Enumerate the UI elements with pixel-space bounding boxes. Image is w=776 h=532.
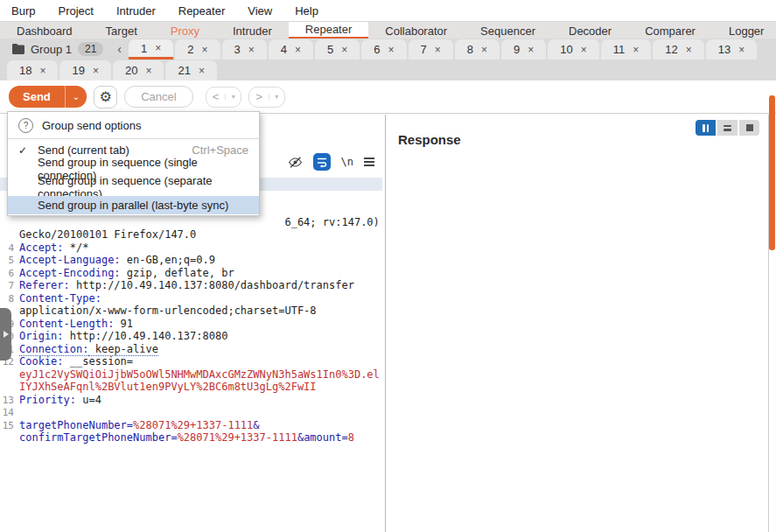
close-icon[interactable]: × [581,44,587,56]
request-tab-1[interactable]: 1× [129,39,173,60]
scrollbar-thumb[interactable] [769,95,775,250]
history-forward-button[interactable]: > ▼ [248,87,285,108]
close-icon[interactable]: × [435,44,441,56]
menu-items: ✓ Send (current tab) Ctrl+Space Send gro… [8,139,259,215]
send-split-button: Send ⌄ [9,86,87,108]
menu-help[interactable]: Help [283,4,330,18]
tab-proxy[interactable]: Proxy [154,22,216,39]
tab-collaborator[interactable]: Collaborator [368,22,464,39]
close-icon[interactable]: × [248,44,255,56]
tab-label: 9 [514,43,520,56]
line-segment: u=4 [76,394,101,406]
tab-label: 4 [281,43,287,56]
inspector-drawer-handle[interactable] [0,308,11,360]
request-line: 5Accept-Language: en-GB,en;q=0.9 [0,254,382,267]
help-icon[interactable]: ? [18,118,33,133]
close-icon[interactable]: × [155,42,161,54]
cancel-button[interactable]: Cancel [124,86,192,108]
request-line: 8Content-Type: [0,292,382,305]
menu-item-send-parallel[interactable]: Send group in parallel (last-byte sync) [8,196,259,214]
request-tab-5[interactable]: 5× [315,39,360,60]
tab-label: 19 [72,64,84,77]
tab-dashboard[interactable]: Dashboard [0,22,89,39]
close-icon[interactable]: × [341,44,347,56]
menu-view[interactable]: View [236,4,283,18]
line-segment: %28071%29+1337-1111 [178,431,297,444]
line-number: 7 [0,280,19,293]
layout-rows-button[interactable] [717,120,738,136]
request-tab-21[interactable]: 21× [165,60,216,80]
request-tab-10[interactable]: 10× [548,39,598,60]
send-settings-button[interactable]: ⚙ [94,86,117,108]
layout-combined-button[interactable] [739,120,759,136]
repeater-tab-row-2: 18× 19× 20× 21× [0,60,776,81]
menu-project[interactable]: Project [46,4,104,18]
line-segment: targetPhoneNumber= [19,419,133,431]
request-tab-18[interactable]: 18× [7,60,58,80]
tab-label: 10 [560,43,572,56]
tab-comparer[interactable]: Comparer [628,22,712,39]
line-segment: &amount= [297,431,348,444]
word-wrap-toggle-icon[interactable] [313,153,331,171]
request-tab-9[interactable]: 9× [501,39,546,60]
close-icon[interactable]: × [738,44,745,56]
request-editor[interactable]: 6_64; rv:147.0) Gecko/20100101 Firefox/1… [0,178,382,444]
tab-scroll-left-icon[interactable]: ‹ [110,42,129,56]
request-tab-3[interactable]: 3× [222,39,267,60]
line-segment: http://10.49.140.137:8080 [64,330,228,342]
menu-intruder[interactable]: Intruder [105,4,167,18]
folder-icon [12,44,24,54]
request-line: 13Priority: u=4 [0,394,382,407]
line-segment: http://10.49.140.137:8080/dashboard/tran… [70,279,354,291]
close-icon[interactable]: × [528,44,534,56]
line-segment: gzip, deflate, br [121,267,234,279]
send-button[interactable]: Send [9,86,65,108]
send-options-menu: ? Group send options ✓ Send (current tab… [7,111,260,216]
request-tab-20[interactable]: 20× [113,60,164,80]
show-newlines-toggle[interactable]: \n [341,156,353,168]
tab-repeater[interactable]: Repeater [289,22,368,39]
line-segment: Content-Type: [19,292,101,304]
history-back-button[interactable]: < ▼ [206,87,242,108]
close-icon[interactable]: × [388,44,395,56]
send-options-chevron-icon[interactable]: ⌄ [65,86,87,108]
close-icon[interactable]: × [295,44,301,56]
layout-columns-button[interactable] [696,120,716,136]
line-segment: __session= [64,355,133,368]
request-tab-8[interactable]: 8× [455,39,500,60]
hide-nonprintable-icon[interactable] [288,155,303,170]
close-icon[interactable]: × [93,65,99,77]
line-segment: Cookie: [19,355,64,368]
editor-menu-icon[interactable] [364,158,374,166]
group-tab[interactable]: Group 1 21 [0,38,110,60]
request-tab-12[interactable]: 12× [653,39,703,60]
request-tab-13[interactable]: 13× [706,39,757,60]
close-icon[interactable]: × [39,65,45,77]
request-tab-19[interactable]: 19× [59,60,110,80]
request-tab-6[interactable]: 6× [361,39,406,60]
menu-burp[interactable]: Burp [0,4,46,18]
tab-sequencer[interactable]: Sequencer [464,22,552,39]
request-editor-toolbar: \n [288,153,374,171]
forward-dropdown-icon[interactable]: ▼ [269,94,284,100]
menu-item-send-sequence-separate[interactable]: Send group in sequence (separate connect… [8,178,259,196]
menu-header-label: Group send options [42,119,141,132]
close-icon[interactable]: × [481,44,487,56]
close-icon[interactable]: × [633,44,639,56]
tab-intruder[interactable]: Intruder [216,22,289,39]
request-tab-11[interactable]: 11× [601,39,652,60]
close-icon[interactable]: × [199,65,205,77]
menu-repeater[interactable]: Repeater [167,4,236,18]
close-icon[interactable]: × [145,65,151,77]
line-segment: Accept-Language: [19,254,121,266]
response-title: Response [398,132,461,147]
request-tab-7[interactable]: 7× [409,39,453,60]
back-dropdown-icon[interactable]: ▼ [225,94,241,100]
tab-decoder[interactable]: Decoder [552,22,628,39]
request-tab-4[interactable]: 4× [269,39,313,60]
close-icon[interactable]: × [202,44,208,56]
close-icon[interactable]: × [686,44,692,56]
tab-target[interactable]: Target [89,22,154,39]
tab-logger[interactable]: Logger [712,22,776,39]
request-tab-2[interactable]: 2× [175,39,220,60]
